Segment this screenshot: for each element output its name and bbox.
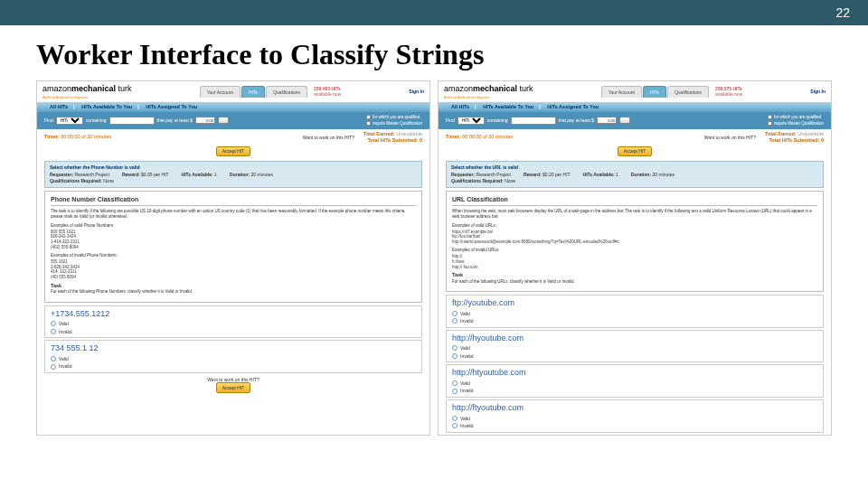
tab-account[interactable]: Your Account [200, 86, 241, 99]
nav-all-hits[interactable]: All HITs [50, 104, 68, 109]
signin-link[interactable]: Sign In [810, 89, 826, 95]
item-value: ftp://youtube.com [452, 298, 817, 309]
invalid-examples: http:// h://test http:// foo.com [452, 254, 817, 270]
invalid-examples: 555 1921 2-828-342-3424 414: 322-2311 (4… [51, 259, 416, 280]
pay-label: that pay at least $ [157, 117, 193, 124]
accept-button[interactable]: Accept HIT [216, 382, 251, 393]
tab-hits[interactable]: HITs [643, 86, 666, 99]
radio-valid[interactable] [452, 345, 458, 351]
hit-info: Select whether the URL is valid Requeste… [446, 161, 824, 188]
accept-button[interactable]: Accept HIT [216, 146, 251, 157]
find-type-select[interactable]: HITs [56, 117, 83, 125]
tab-account[interactable]: Your Account [601, 86, 642, 99]
search-row: Find HITs containing that pay at least $… [37, 112, 429, 129]
item-value: +1734.555.1212 [51, 309, 416, 320]
task-item: 734 555.1 12 Valid Invalid [44, 340, 422, 373]
find-label: Find [446, 117, 455, 124]
nav-avail-hits[interactable]: HITs Available To You [483, 104, 533, 109]
logo-row: amazonmechanical turk Artificial Artific… [439, 81, 831, 102]
mturk-logo: amazonmechanical turk Artificial Artific… [42, 84, 132, 99]
cb-qualified[interactable] [366, 115, 371, 119]
tab-hits[interactable]: HITs [241, 86, 265, 99]
radio-invalid[interactable] [51, 364, 56, 370]
find-label: Find [44, 117, 53, 124]
hit-count: 239,575 HITs available now [715, 86, 742, 98]
containing-input[interactable] [109, 117, 155, 125]
main-tabs: Your Account HITs Qualifications [601, 86, 710, 99]
task-item: ftp://youtube.com Valid Invalid [446, 295, 824, 328]
slide-header: 22 [0, 0, 868, 25]
slide-number: 22 [835, 5, 850, 20]
item-value: http://ftyoutube.com [452, 403, 817, 414]
hit-info: Select whether the Phone Number is valid… [44, 161, 422, 188]
containing-label: containing [86, 117, 107, 124]
task-item: +1734.555.1212 Valid Invalid [44, 305, 422, 339]
pay-input[interactable]: 0.00 [597, 117, 617, 124]
nav-assigned-hits[interactable]: HITs Assigned To You [547, 104, 599, 109]
nav2: All HITs| HITs Available To You| HITs As… [439, 102, 831, 112]
footer-accept: Want to work on this HIT? Accept HIT [37, 377, 429, 393]
task-desc: When browsing the web, most web browsers… [452, 209, 817, 221]
timer-value: 00:00:00 of 20 minutes [462, 134, 513, 140]
radio-valid[interactable] [452, 380, 458, 386]
nav2: All HITs| HITs Available To You| HITs As… [37, 102, 429, 112]
mturk-logo: amazonmechanical turk Artificial Artific… [444, 84, 533, 99]
panel-url: amazonmechanical turk Artificial Artific… [438, 80, 832, 436]
task-item: http://hyoutube.com Valid Invalid [446, 330, 824, 363]
task-box: Phone Number Classification The task is … [44, 191, 422, 303]
go-button[interactable] [218, 117, 229, 124]
nav-all-hits[interactable]: All HITs [451, 104, 469, 109]
timer-value: 00:00:00 of 20 minutes [61, 134, 111, 140]
go-button[interactable] [619, 117, 630, 124]
logo-row: amazonmechanical turk Artificial Artific… [37, 81, 429, 102]
task-title: Phone Number Classification [51, 195, 416, 206]
item-value: http://hyoutube.com [452, 333, 817, 344]
radio-invalid[interactable] [452, 318, 458, 324]
hit-count: 239,493 HITs available now [314, 86, 341, 98]
earned-block: Total Earned: Unavailable Total HITs Sub… [765, 131, 824, 144]
cb-master[interactable] [366, 121, 371, 126]
radio-invalid[interactable] [452, 423, 458, 428]
task-item: http://ftyoutube.com Valid Invalid [446, 399, 824, 433]
task-desc: The task is to identify if the following… [51, 209, 416, 221]
earned-block: Total Earned: Unavailable Total HITs Sub… [363, 131, 422, 144]
task-item: http://htyoutube.com Valid Invalid [446, 364, 824, 398]
task-box: URL Classification When browsing the web… [446, 191, 824, 292]
item-value: http://htyoutube.com [452, 368, 817, 379]
radio-valid[interactable] [452, 416, 458, 421]
search-row: Find HITs containing that pay at least $… [439, 112, 831, 129]
radio-valid[interactable] [452, 311, 458, 316]
signin-link[interactable]: Sign In [409, 89, 424, 95]
pay-input[interactable]: 0.00 [195, 117, 215, 124]
slide-title: Worker Interface to Classify Strings [0, 25, 868, 80]
pay-label: that pay at least $ [559, 117, 594, 124]
radio-invalid[interactable] [452, 353, 458, 359]
find-type-select[interactable]: HITs [458, 117, 485, 125]
item-value: 734 555.1 12 [51, 343, 416, 354]
containing-label: containing [487, 117, 508, 124]
main-tabs: Your Account HITs Qualifications [200, 86, 308, 99]
nav-avail-hits[interactable]: HITs Available To You [81, 104, 132, 109]
panels: amazonmechanical turk Artificial Artific… [0, 80, 868, 436]
valid-examples: 800 555 1921 828-342-3424 1-414-322-2311… [51, 230, 416, 250]
radio-valid[interactable] [51, 356, 56, 361]
cb-master[interactable] [768, 121, 772, 126]
valid-examples: https://sf7.example.ca/ ftp://foo.bar/ba… [452, 230, 817, 246]
cb-qualified[interactable] [768, 115, 772, 119]
accept-button[interactable]: Accept HIT [618, 146, 653, 157]
timer-row: Timer: 00:00:00 of 20 minutes Want to wo… [37, 129, 429, 145]
radio-invalid[interactable] [452, 389, 458, 394]
task-title: URL Classification [452, 195, 817, 206]
want-label: Want to work on this HIT? [303, 135, 354, 141]
radio-invalid[interactable] [51, 329, 56, 334]
containing-input[interactable] [511, 117, 556, 125]
radio-valid[interactable] [51, 321, 56, 326]
nav-assigned-hits[interactable]: HITs Assigned To You [146, 104, 197, 109]
tab-quals[interactable]: Qualifications [266, 86, 307, 99]
want-label: Want to work on this HIT? [704, 135, 756, 141]
tab-quals[interactable]: Qualifications [667, 86, 709, 99]
panel-phone: amazonmechanical turk Artificial Artific… [36, 80, 430, 436]
timer-row: Timer: 00:00:00 of 20 minutes Want to wo… [439, 129, 831, 145]
